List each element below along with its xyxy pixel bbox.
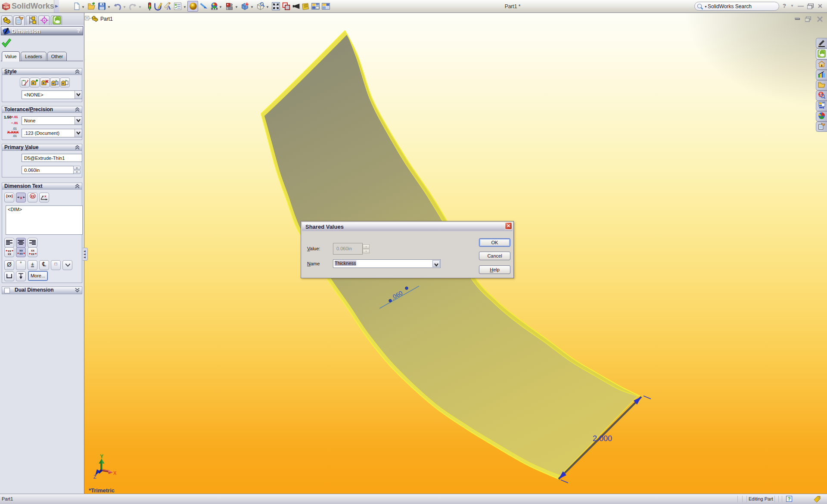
svg-text:xx: xx bbox=[31, 252, 34, 255]
svg-text:SW: SW bbox=[3, 5, 9, 9]
svg-text:Z: Z bbox=[93, 474, 96, 479]
svg-text:xx: xx bbox=[8, 249, 11, 252]
svg-text:xx: xx bbox=[31, 249, 34, 252]
svg-text:xx: xx bbox=[19, 249, 23, 252]
svg-text:X: X bbox=[113, 470, 117, 476]
svg-text:*Trimetric: *Trimetric bbox=[89, 487, 115, 494]
svg-text:xx: xx bbox=[8, 252, 11, 255]
svg-text:x: x bbox=[20, 196, 22, 200]
svg-text:xx: xx bbox=[19, 252, 23, 255]
svg-text:Y: Y bbox=[100, 454, 103, 460]
svg-text:x: x bbox=[44, 194, 47, 198]
svg-text:2.000: 2.000 bbox=[593, 434, 612, 443]
